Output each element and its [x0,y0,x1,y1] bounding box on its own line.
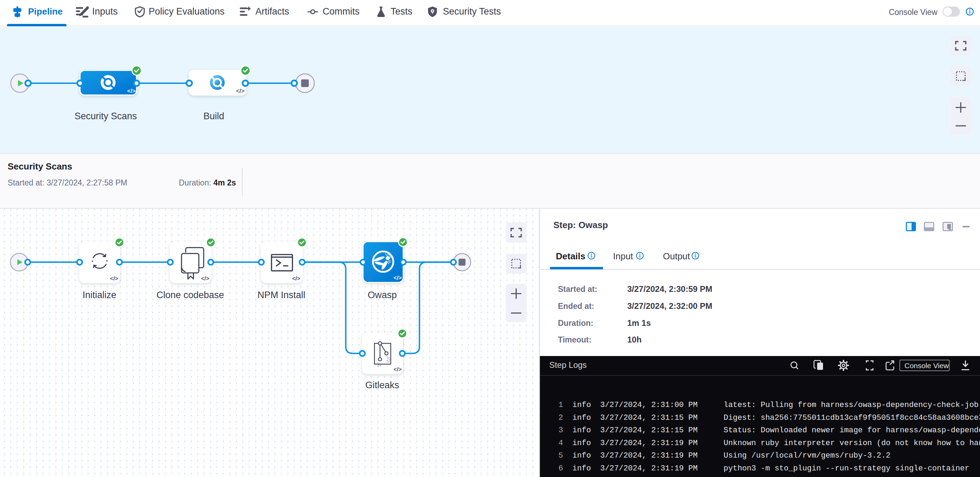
svg-text:</>: </> [292,275,301,281]
svg-text:</>: </> [394,366,402,372]
svg-text:</>: </> [394,274,402,281]
svg-text:</>: </> [127,88,136,94]
svg-text:</>: </> [201,275,209,281]
svg-text:Console View: Console View [904,362,949,370]
svg-text:</>: </> [236,88,245,94]
svg-text:</>: </> [110,275,119,281]
